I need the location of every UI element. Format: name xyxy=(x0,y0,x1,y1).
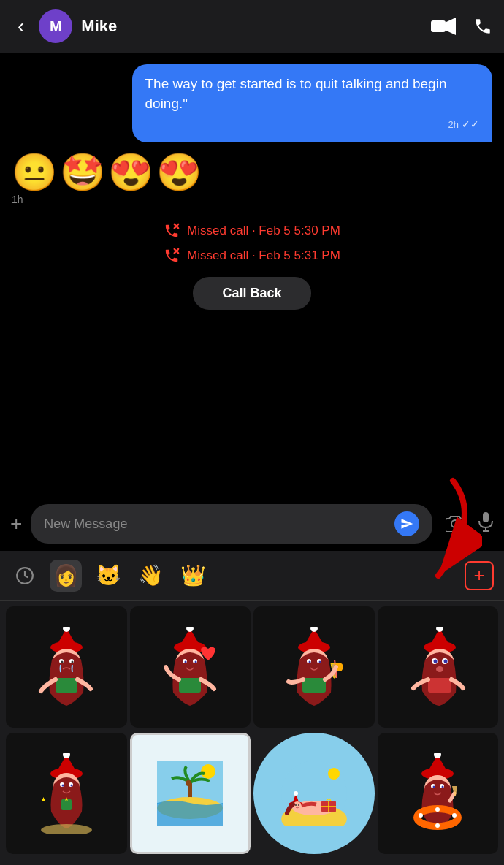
message-timestamp: 2h ✓✓ xyxy=(145,118,480,132)
svg-point-48 xyxy=(434,659,438,663)
header-action-icons xyxy=(431,17,492,36)
sticker-4[interactable] xyxy=(378,606,499,728)
sticker-7[interactable] xyxy=(253,733,375,854)
svg-point-83 xyxy=(434,753,441,758)
svg-rect-51 xyxy=(428,678,451,693)
svg-rect-8 xyxy=(483,512,489,522)
input-plus-button[interactable]: + xyxy=(10,512,22,536)
svg-point-23 xyxy=(186,627,194,632)
sticker-grid xyxy=(0,601,504,862)
sticker-pack-tab-2[interactable]: 🐱 xyxy=(92,560,124,592)
phone-call-icon[interactable] xyxy=(473,17,492,36)
emoji-message: 😐 🤩 😍 😍 xyxy=(12,154,202,191)
svg-point-36 xyxy=(308,660,310,663)
svg-point-14 xyxy=(63,627,70,632)
recent-stickers-tab[interactable] xyxy=(10,561,39,590)
svg-point-37 xyxy=(318,660,321,663)
svg-point-93 xyxy=(435,823,440,828)
svg-point-50 xyxy=(436,666,443,672)
svg-point-73 xyxy=(294,791,298,796)
missed-call-2: Missed call · Feb 5 5:31 PM xyxy=(164,248,340,264)
svg-point-92 xyxy=(435,807,440,812)
sticker-tray: 👩 🐱 👋 👑 + xyxy=(0,551,504,865)
svg-point-76 xyxy=(298,804,299,806)
svg-point-44 xyxy=(436,627,443,632)
svg-rect-20 xyxy=(56,678,77,693)
read-checkmark: ✓✓ xyxy=(462,118,479,132)
contact-name[interactable]: Mike xyxy=(81,17,422,36)
send-icon[interactable] xyxy=(394,511,419,536)
missed-call-1: Missed call · Feb 5 5:30 PM xyxy=(164,223,340,239)
missed-call-icon-1 xyxy=(164,223,180,239)
camera-button[interactable] xyxy=(441,510,469,538)
sticker-tab-bar: 👩 🐱 👋 👑 + xyxy=(0,551,504,601)
outgoing-message-text: The way to get started is to quit talkin… xyxy=(145,76,447,111)
input-placeholder: New Message xyxy=(44,517,127,532)
svg-point-90 xyxy=(419,813,423,818)
svg-point-32 xyxy=(310,627,318,632)
missed-call-text-1: Missed call · Feb 5 5:30 PM xyxy=(187,224,340,238)
sticker-6[interactable] xyxy=(130,733,251,854)
svg-point-18 xyxy=(61,660,63,663)
emoji-timestamp: 1h xyxy=(12,194,202,205)
add-sticker-pack-button[interactable]: + xyxy=(465,561,494,590)
chat-header: ‹ M Mike xyxy=(0,0,504,53)
contact-avatar: M xyxy=(39,9,72,43)
svg-rect-60 xyxy=(61,799,72,810)
svg-point-49 xyxy=(444,659,448,663)
sticker-2[interactable] xyxy=(130,606,251,728)
sticker-pack-tab-1[interactable]: 👩 xyxy=(50,560,82,592)
svg-point-7 xyxy=(451,520,459,527)
back-button[interactable]: ‹ xyxy=(12,12,30,41)
svg-point-80 xyxy=(328,768,340,780)
svg-rect-29 xyxy=(179,678,201,693)
svg-point-54 xyxy=(63,753,70,758)
svg-point-19 xyxy=(71,660,73,663)
svg-point-62 xyxy=(41,824,92,834)
svg-point-87 xyxy=(433,785,435,788)
svg-point-66 xyxy=(186,780,191,786)
svg-point-58 xyxy=(61,784,64,786)
svg-point-75 xyxy=(295,804,297,806)
input-bar: + New Message xyxy=(0,497,504,551)
svg-point-28 xyxy=(195,660,197,663)
missed-call-text-2: Missed call · Feb 5 5:31 PM xyxy=(187,248,340,263)
svg-point-91 xyxy=(452,813,457,818)
missed-call-icon-2 xyxy=(164,248,180,264)
chat-area: The way to get started is to quit talkin… xyxy=(0,53,504,506)
outgoing-message-bubble: The way to get started is to quit talkin… xyxy=(132,64,493,142)
sticker-5[interactable] xyxy=(6,733,127,854)
message-input-field[interactable]: New Message xyxy=(31,504,432,544)
svg-rect-0 xyxy=(431,20,446,32)
svg-rect-41 xyxy=(302,678,326,693)
svg-point-27 xyxy=(185,660,187,663)
sticker-pack-tab-3[interactable]: 👋 xyxy=(134,560,167,592)
sticker-8[interactable] xyxy=(378,733,499,854)
mic-button[interactable] xyxy=(478,511,494,537)
sticker-1[interactable] xyxy=(6,606,127,728)
sticker-3[interactable] xyxy=(253,606,375,728)
svg-point-64 xyxy=(201,764,215,779)
svg-point-88 xyxy=(442,785,444,788)
sticker-pack-tab-4[interactable]: 👑 xyxy=(177,560,209,592)
missed-calls-section: Missed call · Feb 5 5:30 PM Missed call … xyxy=(12,223,492,310)
video-call-icon[interactable] xyxy=(431,18,456,35)
svg-point-59 xyxy=(70,784,72,786)
call-back-button[interactable]: Call Back xyxy=(193,277,310,310)
svg-marker-1 xyxy=(446,18,456,35)
